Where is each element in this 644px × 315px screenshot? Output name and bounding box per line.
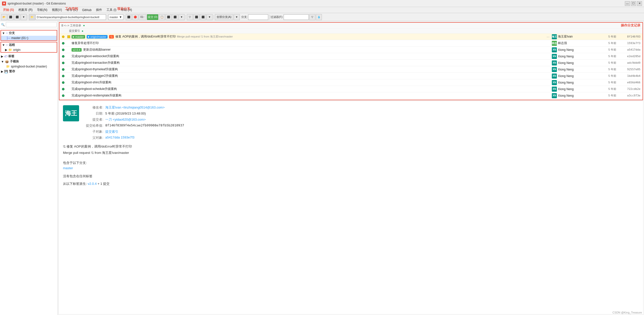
filter-input[interactable] — [284, 14, 309, 20]
commit-graph-dot — [59, 81, 67, 84]
commit-row[interactable]: 完成springboot-shiro升级重构XNXiong Neng5 年前e6… — [59, 79, 642, 86]
commit-msg-2: Merge pull request !1 from 海王星Ivan/maste… — [63, 150, 639, 156]
commit-row[interactable]: v2.0.4更新启动画面bannerXNXiong Neng5 年前a5417d… — [59, 47, 642, 53]
toolbar-view-btn[interactable]: ⬛ — [193, 14, 199, 20]
origin-folder-icon: 📁 — [8, 48, 12, 52]
toolbar-all-branches[interactable]: 全部分支(A) — [215, 14, 233, 20]
modifier-value[interactable]: 海王星Ivan <linzhiqiang0514@163.com> — [105, 105, 184, 110]
commit-message-text: 完成springboot-transaction升级重构 — [72, 61, 120, 65]
committer-value[interactable]: 一刀 <yidao620@163.com> — [105, 117, 184, 122]
toolbar-branches-label: 分支: — [241, 15, 248, 19]
commit-row[interactable]: 完成springboot-resttemplate升级重构XNXiong Nen… — [59, 92, 642, 99]
sidebar-item-origin-group[interactable]: ▶ 📁 origin — [1, 48, 57, 52]
commit-time: 5 年前 — [602, 48, 622, 52]
maximize-button[interactable]: ☐ — [631, 1, 636, 6]
sep4 — [186, 15, 186, 20]
close-button[interactable]: ✕ — [637, 1, 642, 6]
toolbar-btn-1[interactable]: 📂 — [1, 14, 7, 20]
date-value: 5 年前 (2018/9/23 13:48:00) — [105, 111, 184, 116]
toolbar-branches-dropdown[interactable]: ▼ — [234, 14, 240, 20]
commit-author: XNXiong Neng — [552, 93, 602, 98]
remotes-group-label: 远程 — [9, 43, 15, 47]
toolbar-btn-files[interactable]: 📋 — [159, 14, 165, 20]
sidebar-search-bar: 🔍 — [0, 21, 58, 28]
sep3 — [124, 15, 125, 20]
commit-message-text: 完成springboot-thymeleaf升级重构 — [72, 67, 118, 72]
filter-clear-btn[interactable]: 💧 — [316, 14, 322, 20]
branch-tag[interactable]: ▶origin/master — [87, 35, 108, 39]
derived-tag-link[interactable]: v2.0.4 — [88, 182, 96, 186]
toolbar-view-btn3[interactable]: ▼ — [207, 14, 213, 20]
branch-tag[interactable]: ▶master — [72, 35, 85, 39]
content-area: B <--> 工作目录 ● 操作分支记录 提交索引 ● ▶master▶orig… — [58, 21, 644, 315]
toolbar-btn-3[interactable]: ⬛ — [14, 14, 20, 20]
commit-hash: 1bd4b4b4 — [622, 74, 642, 78]
menu-view[interactable]: 视图(V) — [50, 7, 64, 13]
branches-group-header[interactable]: ▼ ⑂ 分支 — [1, 30, 57, 36]
toolbar-row1: 📂 ⬛ ⬛ ▼ 📁 D:lworkspacelspringboot-bucket… — [0, 13, 644, 21]
graph-section-title: 操作分支记录 — [621, 23, 640, 28]
branch-filter-input[interactable] — [248, 14, 268, 20]
commit-message: v2.0.4更新启动画面banner — [71, 48, 544, 52]
toolbar-view-btn2[interactable]: ⬛ — [200, 14, 206, 20]
menu-tools[interactable]: 工具 (I) — [105, 7, 118, 13]
minimize-button[interactable]: — — [625, 1, 630, 6]
branch-master-link[interactable]: master — [63, 166, 73, 170]
folder-icon-btn[interactable]: 📁 — [29, 14, 35, 20]
commit-graph-dot — [59, 94, 67, 97]
stash-group-header[interactable]: ▶ 💾 暂存 — [0, 69, 58, 74]
commit-row[interactable]: ▶master▶origin/master!1修复 AOP的案例，调用/doEr… — [59, 33, 642, 40]
stash-expand-icon: ▶ — [1, 70, 3, 73]
commit-message: ▶master▶origin/master!1修复 AOP的案例，调用/doEr… — [71, 34, 544, 39]
commit-row[interactable]: 修复异常处理不打印林志林志强5 年前1593e7f3 — [59, 40, 642, 47]
filter-go-btn[interactable]: ▽ — [309, 14, 315, 20]
commit-row[interactable]: 完成springboot-transaction升级重构XNXiong Neng… — [59, 60, 642, 66]
csdn-footer: CSDN @King_Treasure — [613, 311, 642, 314]
submodules-group-header[interactable]: ▼ 📦 子模块 — [0, 59, 58, 64]
branch-value: master — [110, 16, 118, 19]
commit-time: 5 年前 — [602, 35, 622, 39]
menu-cmd[interactable]: 命令 (C) — [64, 7, 80, 13]
sidebar-search-input[interactable] — [6, 22, 57, 27]
sidebar-item-springboot-bucket[interactable]: 📁 springboot-bucket (master) — [0, 64, 58, 69]
window-controls[interactable]: — ☐ ✕ — [625, 1, 642, 6]
toolbar-btn-pull[interactable]: ▼ — [21, 14, 27, 20]
toolbar-btn-hist[interactable]: ⬛ — [165, 14, 172, 20]
parent2-link[interactable]: 1593e7f3 — [121, 135, 134, 139]
child-value[interactable]: 提交索引 — [105, 129, 184, 134]
commit-row[interactable]: 完成springboot-swagger2升级重构XNXiong Neng5 年… — [59, 73, 642, 79]
submodules-group-label: 子模块 — [10, 59, 19, 64]
menu-archive[interactable]: 档案库 (R) — [16, 7, 35, 13]
toolbar-filter-btn[interactable]: ▽ — [187, 14, 193, 20]
sidebar-item-master[interactable]: ├─ master (01↑) — [1, 36, 57, 40]
toolbar-btn-blk2[interactable]: ▼ — [179, 14, 185, 20]
parent1-link[interactable]: a5417dda — [105, 135, 120, 139]
branch-folder-icon: ⑂ — [6, 31, 8, 35]
repo-path[interactable]: D:lworkspacelspringboot-bucketlspringboo… — [36, 14, 106, 20]
toolbar-nav-btn2[interactable]: 🔴 — [132, 14, 138, 20]
menu-nav[interactable]: 导航(N) — [35, 7, 49, 13]
commit-row[interactable]: 完成springboot-websocket升级重构XNXiong Neng5 … — [59, 53, 642, 60]
commit-row[interactable]: 完成springboot-schedule升级重构XNXiong Neng5 年… — [59, 86, 642, 92]
submodule-folder-icon: 📁 — [6, 65, 10, 68]
more-dots-icon[interactable]: ··· — [547, 35, 550, 39]
commit-count-btn[interactable]: 01↑ — [139, 14, 146, 20]
toolbar-btn-blk[interactable]: ⬛ — [172, 14, 178, 20]
branch-selector[interactable]: master ▼ — [108, 14, 123, 20]
detail-header: 海王 修改者: 海王星Ivan <linzhiqiang0514@163.com… — [63, 105, 639, 140]
menu-github[interactable]: GitHub — [80, 8, 93, 12]
commit-author: XNXiong Neng — [552, 54, 602, 59]
commit-row[interactable]: 完成springboot-thymeleaf升级重构XNXiong Neng5 … — [59, 66, 642, 73]
commit-row[interactable]: 完成springboot-rabbitmq-rpc和springboot-red… — [59, 99, 642, 100]
commit-btn[interactable]: 提交 (0) — [147, 14, 159, 20]
menu-help[interactable]: 帮助 (H) — [119, 7, 134, 13]
commit-author: XNXiong Neng — [552, 100, 602, 100]
commit-detail-panel: 海王 修改者: 海王星Ivan <linzhiqiang0514@163.com… — [59, 101, 643, 314]
remotes-group-header[interactable]: ▼ ⑂ 远程 — [1, 42, 57, 48]
tags-group-header[interactable]: ▶ 🏷 标签 — [0, 54, 58, 59]
menu-start[interactable]: 开始 (S) — [1, 7, 16, 13]
toolbar-nav-btn1[interactable]: ⬛ — [126, 14, 132, 20]
menu-plugin[interactable]: 插件 — [94, 7, 104, 13]
commit-more-btn[interactable]: ··· — [544, 35, 552, 39]
toolbar-btn-2[interactable]: ⬛ — [8, 14, 14, 20]
